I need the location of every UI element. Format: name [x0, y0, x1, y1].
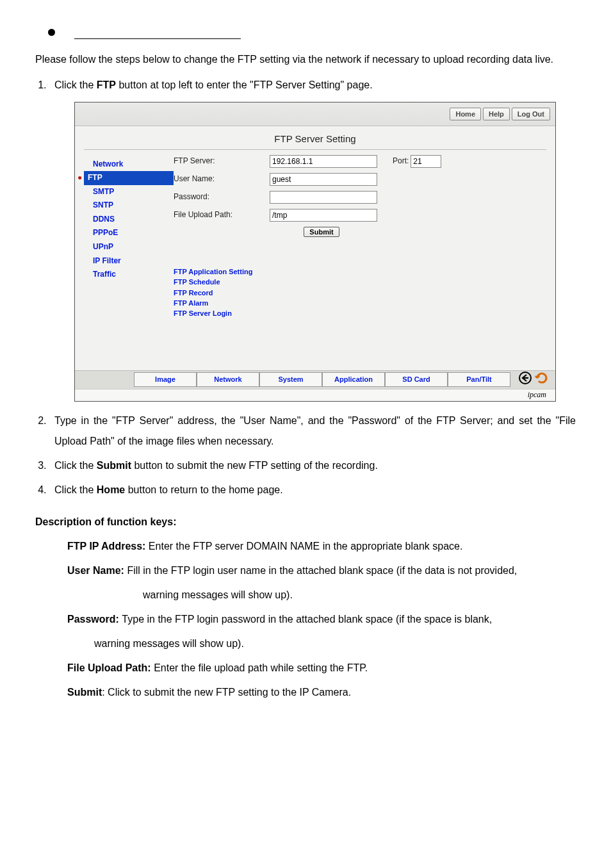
intro-text: Please follow the steps below to change …	[35, 49, 576, 70]
tab-network[interactable]: Network	[197, 372, 259, 386]
sidebar-item-traffic[interactable]: Traffic	[84, 268, 174, 282]
step-3c: button to submit the new FTP setting of …	[131, 460, 378, 471]
key-ftpip-text: Enter the FTP server DOMAIN NAME in the …	[149, 541, 463, 552]
step-4c: button to return to the home page.	[125, 484, 282, 495]
step-1b: FTP	[97, 79, 116, 90]
home-button[interactable]: Home	[450, 108, 481, 120]
footer-tabs: Image Network System Application SD Card…	[75, 370, 555, 389]
sidebar-item-ddns[interactable]: DDNS	[84, 213, 174, 227]
step-3a: Click the	[54, 460, 97, 471]
link-ftp-application[interactable]: FTP Application Setting	[174, 266, 546, 277]
sidebar-item-smtp[interactable]: SMTP	[84, 185, 174, 199]
link-ftp-schedule[interactable]: FTP Schedule	[174, 277, 546, 287]
description-heading: Description of function keys:	[35, 512, 576, 532]
step-1: Click the FTP button at top left to ente…	[49, 75, 576, 402]
key-password-text2: warning messages will show up).	[94, 638, 244, 649]
function-keys-list: FTP IP Address: Enter the FTP server DOM…	[67, 536, 576, 703]
logout-button[interactable]: Log Out	[512, 108, 550, 120]
sidebar-item-sntp[interactable]: SNTP	[84, 199, 174, 213]
key-upload-label: File Upload Path:	[67, 662, 154, 673]
step-4: Click the Home button to return to the h…	[49, 480, 576, 500]
step-4a: Click the	[54, 484, 97, 495]
tab-sdcard[interactable]: SD Card	[385, 372, 448, 386]
sidebar-item-ipfilter[interactable]: IP Filter	[84, 254, 174, 268]
brand-label: ipcam	[75, 389, 555, 402]
tab-system[interactable]: System	[259, 372, 322, 386]
ftpserver-label: FTP Server:	[174, 156, 270, 167]
ftpserver-input[interactable]	[270, 155, 377, 168]
bullet-icon	[48, 29, 55, 36]
uploadpath-label: File Upload Path:	[174, 210, 270, 220]
screenshot-topbar: Home Help Log Out	[75, 102, 555, 126]
link-ftp-record[interactable]: FTP Record	[174, 288, 546, 298]
refresh-icon[interactable]	[535, 371, 549, 389]
sidebar: Network FTP SMTP SNTP DDNS PPPoE UPnP IP…	[84, 155, 174, 366]
username-input[interactable]	[270, 173, 377, 186]
section-title-placeholder	[74, 26, 241, 39]
page-title: FTP Server Setting	[84, 133, 546, 150]
key-username-text: Fill in the FTP login user name in the a…	[127, 565, 517, 576]
step-1c: button at top left to enter the "FTP Ser…	[116, 79, 373, 90]
tab-application[interactable]: Application	[322, 372, 385, 386]
key-password-label: Password:	[67, 614, 122, 625]
sidebar-item-pppoe[interactable]: PPPoE	[84, 226, 174, 240]
ftp-links: FTP Application Setting FTP Schedule FTP…	[174, 266, 546, 318]
sidebar-item-ftp[interactable]: FTP	[84, 171, 174, 185]
help-button[interactable]: Help	[483, 108, 510, 120]
section-bullet	[48, 26, 576, 39]
key-upload-text: Enter the file upload path while setting…	[154, 662, 368, 673]
port-input[interactable]	[411, 155, 441, 168]
tab-pantilt[interactable]: Pan/Tilt	[448, 372, 510, 386]
step-3: Click the Submit button to submit the ne…	[49, 455, 576, 476]
step-1a: Click the	[54, 79, 97, 90]
tab-image[interactable]: Image	[134, 372, 197, 386]
password-input[interactable]	[270, 191, 377, 204]
link-ftp-alarm[interactable]: FTP Alarm	[174, 298, 546, 308]
sidebar-item-network[interactable]: Network	[84, 158, 174, 172]
key-submit-text: : Click to submit the new FTP setting to…	[102, 687, 351, 698]
step-4b: Home	[97, 484, 125, 495]
link-ftp-server-login[interactable]: FTP Server Login	[174, 308, 546, 318]
submit-button[interactable]: Submit	[304, 227, 339, 237]
ftp-setting-screenshot: Home Help Log Out FTP Server Setting Net…	[74, 102, 556, 402]
back-icon[interactable]	[518, 371, 532, 389]
password-label: Password:	[174, 192, 270, 202]
step-2: Type in the "FTP Server" address, the "U…	[49, 411, 576, 452]
sidebar-item-upnp[interactable]: UPnP	[84, 240, 174, 254]
username-label: User Name:	[174, 174, 270, 184]
port-label: Port:	[393, 156, 409, 167]
step-3b: Submit	[97, 460, 131, 471]
key-username-label: User Name:	[67, 565, 127, 576]
key-username-text2: warning messages will show up).	[143, 589, 293, 600]
key-submit-label: Submit	[67, 687, 102, 698]
key-password-text: Type in the FTP login password in the at…	[122, 614, 492, 625]
key-ftpip-label: FTP IP Address:	[67, 541, 149, 552]
ftp-form: FTP Server: Port: User Name: Password:	[174, 155, 546, 366]
uploadpath-input[interactable]	[270, 209, 377, 222]
